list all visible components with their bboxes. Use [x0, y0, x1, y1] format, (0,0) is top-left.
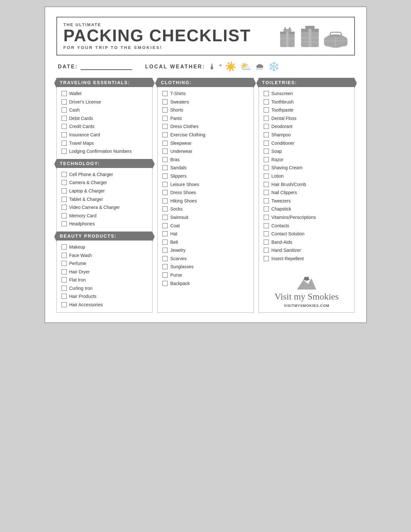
- checkbox[interactable]: [264, 198, 269, 203]
- checkbox[interactable]: [264, 256, 269, 261]
- checkbox[interactable]: [162, 99, 168, 104]
- checkbox[interactable]: [264, 223, 269, 228]
- checkbox[interactable]: [264, 248, 269, 253]
- checkbox[interactable]: [162, 215, 168, 220]
- list-item[interactable]: T-Shirts: [162, 90, 250, 98]
- list-item[interactable]: Chapstick: [264, 205, 351, 213]
- checkbox[interactable]: [162, 132, 168, 137]
- list-item[interactable]: Slippers: [162, 172, 250, 181]
- checkbox[interactable]: [162, 206, 168, 212]
- list-item[interactable]: Curling Iron: [62, 284, 149, 293]
- list-item[interactable]: Driver's License: [62, 98, 149, 106]
- checkbox[interactable]: [162, 141, 168, 146]
- list-item[interactable]: Hair Brush/Comb: [264, 181, 351, 189]
- list-item[interactable]: Lotion: [264, 172, 351, 181]
- checkbox[interactable]: [264, 173, 269, 179]
- checkbox[interactable]: [162, 256, 168, 261]
- list-item[interactable]: Travel Maps: [62, 139, 149, 148]
- list-item[interactable]: Hand Sanitizer: [264, 246, 351, 255]
- checkbox[interactable]: [62, 107, 67, 113]
- list-item[interactable]: Video Camera & Charger: [62, 203, 149, 212]
- checkbox[interactable]: [162, 190, 168, 195]
- list-item[interactable]: Shampoo: [264, 131, 351, 139]
- checkbox[interactable]: [264, 99, 269, 104]
- list-item[interactable]: Leisure Shoes: [162, 181, 250, 189]
- list-item[interactable]: Hair Accessories: [62, 301, 149, 309]
- checkbox[interactable]: [162, 264, 168, 269]
- list-item[interactable]: Laptop & Charger: [62, 187, 149, 195]
- checkbox[interactable]: [62, 116, 67, 121]
- checkbox[interactable]: [264, 165, 269, 170]
- checkbox[interactable]: [62, 294, 67, 299]
- list-item[interactable]: Conditioner: [264, 139, 351, 148]
- checkbox[interactable]: [264, 91, 269, 96]
- date-input-line[interactable]: [81, 64, 132, 70]
- list-item[interactable]: Credit Cards: [62, 123, 149, 131]
- list-item[interactable]: Vitamins/Perscriptions: [264, 213, 351, 222]
- list-item[interactable]: Contact Solution: [264, 230, 351, 238]
- checkbox[interactable]: [264, 141, 269, 146]
- checkbox[interactable]: [62, 286, 67, 291]
- checkbox[interactable]: [162, 240, 168, 245]
- list-item[interactable]: Hair Dryer: [62, 268, 149, 276]
- list-item[interactable]: Toothbrush: [264, 98, 351, 106]
- list-item[interactable]: Debit Cards: [62, 114, 149, 123]
- list-item[interactable]: Band-Aids: [264, 238, 351, 247]
- list-item[interactable]: Shaving Cream: [264, 164, 351, 172]
- list-item[interactable]: Sunscreen: [264, 90, 351, 98]
- list-item[interactable]: Dress Clothes: [162, 123, 250, 131]
- checkbox[interactable]: [162, 248, 168, 253]
- list-item[interactable]: Tweezers: [264, 197, 351, 205]
- checkbox[interactable]: [62, 261, 67, 266]
- list-item[interactable]: Sandals: [162, 164, 250, 172]
- checkbox[interactable]: [162, 107, 168, 113]
- list-item[interactable]: Pants: [162, 114, 250, 123]
- checkbox[interactable]: [62, 180, 67, 185]
- checkbox[interactable]: [264, 190, 269, 195]
- checkbox[interactable]: [264, 231, 269, 236]
- checkbox[interactable]: [264, 116, 269, 121]
- list-item[interactable]: Camera & Charger: [62, 179, 149, 187]
- checkbox[interactable]: [62, 302, 67, 307]
- checkbox[interactable]: [62, 221, 67, 226]
- list-item[interactable]: Perfume: [62, 260, 149, 268]
- checkbox[interactable]: [62, 244, 67, 250]
- checkbox[interactable]: [62, 141, 67, 146]
- checkbox[interactable]: [62, 172, 67, 177]
- list-item[interactable]: Hiking Shoes: [162, 197, 250, 205]
- checkbox[interactable]: [162, 231, 168, 236]
- checkbox[interactable]: [162, 281, 168, 286]
- checkbox[interactable]: [264, 215, 269, 220]
- checkbox[interactable]: [162, 116, 168, 121]
- checkbox[interactable]: [62, 188, 67, 193]
- checkbox[interactable]: [62, 253, 67, 258]
- list-item[interactable]: Cell Phone & Charger: [62, 171, 149, 179]
- list-item[interactable]: Tablet & Charger: [62, 195, 149, 204]
- checkbox[interactable]: [62, 205, 67, 210]
- checkbox[interactable]: [264, 107, 269, 113]
- list-item[interactable]: Insurance Card: [62, 131, 149, 139]
- list-item[interactable]: Shorts: [162, 106, 250, 114]
- list-item[interactable]: Hair Products: [62, 292, 149, 301]
- list-item[interactable]: Sunglasses: [162, 263, 250, 271]
- list-item[interactable]: Nail Clippers: [264, 189, 351, 197]
- list-item[interactable]: Dental Floss: [264, 114, 351, 123]
- checkbox[interactable]: [162, 149, 168, 154]
- checkbox[interactable]: [62, 277, 67, 282]
- checkbox[interactable]: [264, 157, 269, 162]
- list-item[interactable]: Face Wash: [62, 251, 149, 260]
- checkbox[interactable]: [162, 124, 168, 129]
- checkbox[interactable]: [62, 132, 67, 137]
- checkbox[interactable]: [264, 149, 269, 154]
- checkbox[interactable]: [62, 197, 67, 202]
- checkbox[interactable]: [62, 99, 67, 104]
- checkbox[interactable]: [62, 124, 67, 129]
- list-item[interactable]: Lodging Confirmation Numbers: [62, 147, 149, 156]
- list-item[interactable]: Socks: [162, 205, 250, 213]
- list-item[interactable]: Deodorant: [264, 123, 351, 131]
- list-item[interactable]: Sweaters: [162, 98, 250, 106]
- list-item[interactable]: Swimsuit: [162, 213, 250, 222]
- list-item[interactable]: Bras: [162, 156, 250, 164]
- list-item[interactable]: Headphones: [62, 220, 149, 228]
- list-item[interactable]: Sleepwear: [162, 139, 250, 148]
